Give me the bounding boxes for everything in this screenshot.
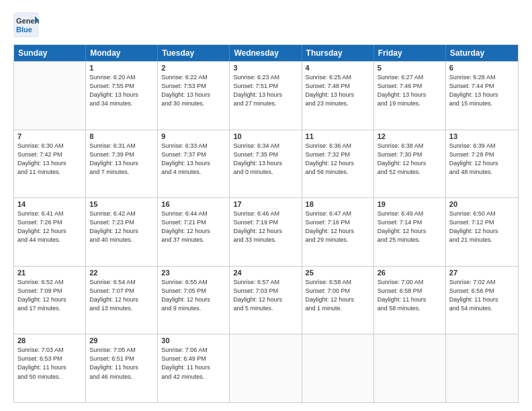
week-row-2: 7Sunrise: 6:30 AM Sunset: 7:42 PM Daylig…	[14, 130, 518, 198]
day-number: 7	[17, 132, 82, 140]
day-20: 20Sunrise: 6:50 AM Sunset: 7:12 PM Dayli…	[446, 198, 518, 266]
calendar: SundayMondayTuesdayWednesdayThursdayFrid…	[13, 44, 519, 403]
day-number: 6	[449, 64, 515, 72]
day-number: 3	[233, 64, 298, 72]
day-number: 1	[89, 64, 154, 72]
day-info: Sunrise: 6:42 AM Sunset: 7:23 PM Dayligh…	[89, 210, 154, 244]
week-row-1: 1Sunrise: 6:20 AM Sunset: 7:55 PM Daylig…	[14, 61, 518, 130]
day-number: 8	[89, 132, 154, 140]
header-wednesday: Wednesday	[230, 45, 302, 61]
day-4: 4Sunrise: 6:25 AM Sunset: 7:48 PM Daylig…	[302, 62, 374, 130]
day-info: Sunrise: 6:20 AM Sunset: 7:55 PM Dayligh…	[89, 73, 154, 108]
day-info: Sunrise: 7:05 AM Sunset: 6:51 PM Dayligh…	[89, 346, 154, 381]
day-info: Sunrise: 6:50 AM Sunset: 7:12 PM Dayligh…	[449, 210, 515, 244]
day-info: Sunrise: 6:44 AM Sunset: 7:21 PM Dayligh…	[161, 210, 226, 244]
day-number: 28	[17, 336, 82, 345]
day-number: 2	[161, 64, 226, 72]
week-row-5: 28Sunrise: 7:03 AM Sunset: 6:53 PM Dayli…	[14, 334, 518, 402]
day-info: Sunrise: 6:23 AM Sunset: 7:51 PM Dayligh…	[233, 73, 298, 108]
day-info: Sunrise: 6:22 AM Sunset: 7:53 PM Dayligh…	[161, 73, 226, 108]
empty-cell-4-4	[302, 334, 374, 402]
day-5: 5Sunrise: 6:27 AM Sunset: 7:46 PM Daylig…	[374, 62, 446, 130]
day-number: 11	[306, 132, 370, 140]
day-info: Sunrise: 6:31 AM Sunset: 7:39 PM Dayligh…	[89, 142, 154, 177]
header-saturday: Saturday	[446, 45, 518, 61]
day-number: 30	[161, 336, 226, 345]
day-info: Sunrise: 6:34 AM Sunset: 7:35 PM Dayligh…	[233, 142, 298, 177]
day-number: 17	[233, 200, 298, 208]
day-number: 16	[161, 200, 226, 208]
empty-cell-0-0	[14, 62, 86, 130]
day-info: Sunrise: 6:39 AM Sunset: 7:28 PM Dayligh…	[449, 142, 515, 177]
day-8: 8Sunrise: 6:31 AM Sunset: 7:39 PM Daylig…	[86, 130, 158, 198]
day-28: 28Sunrise: 7:03 AM Sunset: 6:53 PM Dayli…	[14, 334, 86, 402]
day-14: 14Sunrise: 6:41 AM Sunset: 7:26 PM Dayli…	[14, 198, 86, 266]
day-27: 27Sunrise: 7:02 AM Sunset: 6:56 PM Dayli…	[446, 267, 518, 334]
empty-cell-4-5	[374, 334, 446, 402]
calendar-header: SundayMondayTuesdayWednesdayThursdayFrid…	[14, 45, 518, 61]
day-number: 15	[89, 200, 154, 208]
day-15: 15Sunrise: 6:42 AM Sunset: 7:23 PM Dayli…	[86, 198, 158, 266]
day-21: 21Sunrise: 6:52 AM Sunset: 7:09 PM Dayli…	[14, 267, 86, 334]
day-number: 13	[449, 132, 515, 140]
day-info: Sunrise: 6:57 AM Sunset: 7:03 PM Dayligh…	[233, 278, 298, 313]
day-13: 13Sunrise: 6:39 AM Sunset: 7:28 PM Dayli…	[446, 130, 518, 198]
day-2: 2Sunrise: 6:22 AM Sunset: 7:53 PM Daylig…	[158, 62, 230, 130]
header-friday: Friday	[374, 45, 446, 61]
day-info: Sunrise: 7:00 AM Sunset: 6:58 PM Dayligh…	[378, 278, 442, 313]
day-25: 25Sunrise: 6:58 AM Sunset: 7:00 PM Dayli…	[302, 267, 374, 334]
day-10: 10Sunrise: 6:34 AM Sunset: 7:35 PM Dayli…	[230, 130, 302, 198]
header-thursday: Thursday	[302, 45, 374, 61]
day-info: Sunrise: 6:38 AM Sunset: 7:30 PM Dayligh…	[378, 142, 442, 177]
day-12: 12Sunrise: 6:38 AM Sunset: 7:30 PM Dayli…	[374, 130, 446, 198]
day-info: Sunrise: 7:06 AM Sunset: 6:49 PM Dayligh…	[161, 346, 226, 381]
day-number: 9	[161, 132, 226, 140]
calendar-body: 1Sunrise: 6:20 AM Sunset: 7:55 PM Daylig…	[14, 61, 518, 402]
logo-svg: General Blue	[13, 12, 39, 38]
day-number: 23	[161, 269, 226, 277]
day-info: Sunrise: 7:02 AM Sunset: 6:56 PM Dayligh…	[449, 278, 515, 313]
day-23: 23Sunrise: 6:55 AM Sunset: 7:05 PM Dayli…	[158, 267, 230, 334]
day-info: Sunrise: 6:54 AM Sunset: 7:07 PM Dayligh…	[89, 278, 154, 313]
day-24: 24Sunrise: 6:57 AM Sunset: 7:03 PM Dayli…	[230, 267, 302, 334]
day-number: 4	[306, 64, 370, 72]
day-3: 3Sunrise: 6:23 AM Sunset: 7:51 PM Daylig…	[230, 62, 302, 130]
day-info: Sunrise: 6:33 AM Sunset: 7:37 PM Dayligh…	[161, 142, 226, 177]
day-30: 30Sunrise: 7:06 AM Sunset: 6:49 PM Dayli…	[158, 334, 230, 402]
day-info: Sunrise: 6:55 AM Sunset: 7:05 PM Dayligh…	[161, 278, 226, 313]
day-info: Sunrise: 6:28 AM Sunset: 7:44 PM Dayligh…	[449, 73, 515, 108]
day-6: 6Sunrise: 6:28 AM Sunset: 7:44 PM Daylig…	[446, 62, 518, 130]
day-16: 16Sunrise: 6:44 AM Sunset: 7:21 PM Dayli…	[158, 198, 230, 266]
day-number: 14	[17, 200, 82, 208]
day-9: 9Sunrise: 6:33 AM Sunset: 7:37 PM Daylig…	[158, 130, 230, 198]
day-info: Sunrise: 6:27 AM Sunset: 7:46 PM Dayligh…	[378, 73, 442, 108]
header-tuesday: Tuesday	[158, 45, 230, 61]
day-info: Sunrise: 6:36 AM Sunset: 7:32 PM Dayligh…	[306, 142, 370, 177]
day-number: 22	[89, 269, 154, 277]
header-monday: Monday	[86, 45, 158, 61]
day-info: Sunrise: 7:03 AM Sunset: 6:53 PM Dayligh…	[17, 346, 82, 381]
page: General Blue SundayMondayTuesdayWednesda…	[0, 0, 532, 411]
day-19: 19Sunrise: 6:49 AM Sunset: 7:14 PM Dayli…	[374, 198, 446, 266]
day-number: 29	[89, 336, 154, 345]
svg-text:Blue: Blue	[16, 26, 32, 34]
day-info: Sunrise: 6:58 AM Sunset: 7:00 PM Dayligh…	[306, 278, 370, 313]
day-1: 1Sunrise: 6:20 AM Sunset: 7:55 PM Daylig…	[86, 62, 158, 130]
day-11: 11Sunrise: 6:36 AM Sunset: 7:32 PM Dayli…	[302, 130, 374, 198]
day-number: 12	[378, 132, 442, 140]
empty-cell-4-3	[230, 334, 302, 402]
logo: General Blue	[13, 12, 39, 38]
day-info: Sunrise: 6:46 AM Sunset: 7:19 PM Dayligh…	[233, 210, 298, 244]
day-number: 19	[378, 200, 442, 208]
day-17: 17Sunrise: 6:46 AM Sunset: 7:19 PM Dayli…	[230, 198, 302, 266]
day-18: 18Sunrise: 6:47 AM Sunset: 7:16 PM Dayli…	[302, 198, 374, 266]
day-info: Sunrise: 6:49 AM Sunset: 7:14 PM Dayligh…	[378, 210, 442, 244]
day-7: 7Sunrise: 6:30 AM Sunset: 7:42 PM Daylig…	[14, 130, 86, 198]
day-number: 10	[233, 132, 298, 140]
header: General Blue	[13, 12, 519, 38]
day-info: Sunrise: 6:30 AM Sunset: 7:42 PM Dayligh…	[17, 142, 82, 177]
header-sunday: Sunday	[14, 45, 86, 61]
day-info: Sunrise: 6:41 AM Sunset: 7:26 PM Dayligh…	[17, 210, 82, 244]
week-row-4: 21Sunrise: 6:52 AM Sunset: 7:09 PM Dayli…	[14, 266, 518, 334]
day-22: 22Sunrise: 6:54 AM Sunset: 7:07 PM Dayli…	[86, 267, 158, 334]
